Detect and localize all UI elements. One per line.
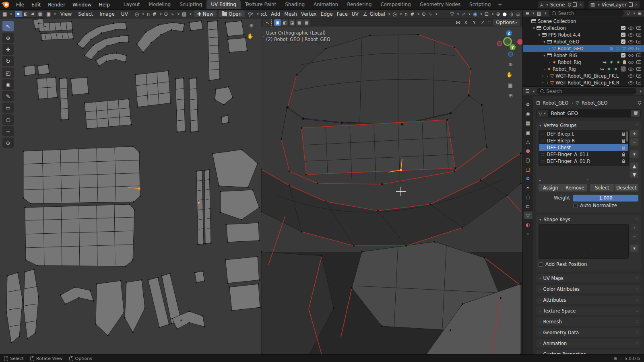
properties-search-input[interactable] [546, 88, 633, 94]
shape-key-specials-button[interactable]: ▾ [630, 245, 638, 252]
disable-render-icon[interactable] [636, 47, 641, 50]
outliner-row[interactable]: ›✶Robot_Rig↪✶✶ [523, 59, 644, 66]
datablock-name-field[interactable]: Robot_GEO [548, 109, 631, 117]
disable-render-icon[interactable] [636, 60, 641, 64]
lock-icon[interactable] [622, 134, 625, 136]
select-mode-intersect-icon[interactable]: ▩ [303, 19, 310, 26]
list-resize-grip[interactable]: ∷ [587, 178, 590, 182]
uv-canvas[interactable] [0, 19, 261, 354]
shading-wireframe-icon[interactable]: ⊕ [496, 11, 500, 17]
menu-edit[interactable]: Edit [28, 2, 44, 8]
menu-file[interactable]: File [12, 2, 28, 8]
shape-keys-header[interactable]: ▾Shape Keys ∷ [539, 216, 638, 223]
panel-attributes[interactable]: ›Attributes∷ [536, 296, 641, 304]
custom-shape-icon[interactable]: ▽ [621, 66, 626, 72]
tool-annotate[interactable]: ✎ [2, 91, 14, 101]
disable-render-icon[interactable] [636, 67, 641, 71]
add-workspace-button[interactable]: + [495, 0, 505, 9]
properties-editor-icon[interactable]: ☰ [525, 88, 530, 94]
blender-logo-icon[interactable] [3, 2, 9, 8]
pose-icon[interactable]: ✶ [616, 60, 620, 65]
lock-icon[interactable] [622, 140, 625, 143]
scene-selector[interactable]: ◬▾ Scene ✕ [538, 1, 584, 8]
vp-menu-uv[interactable]: UV [350, 11, 361, 17]
workspace-tab-modeling[interactable]: Modeling [144, 0, 175, 9]
outliner-row[interactable]: •›▽WGT-Robot_RIG_Bicep_FK.R [523, 79, 644, 86]
tool-cursor[interactable]: ⊕ [2, 33, 14, 43]
toolbar-collapse-icon[interactable]: ‹ [263, 33, 265, 39]
vp-menu-add[interactable]: Add [269, 11, 282, 17]
pivot-point-icon[interactable]: ◎ [392, 11, 396, 17]
constraint-icon[interactable]: ↪ [603, 60, 607, 65]
uv-menu-view[interactable]: View [58, 11, 74, 17]
panel-grip-icon[interactable]: ∷ [636, 309, 638, 313]
outliner-row[interactable]: ▾Robot_GEO [523, 38, 644, 45]
move-group-down-button[interactable]: ▼ [630, 171, 638, 178]
menu-window[interactable]: Window [69, 2, 95, 8]
pan-hand-icon[interactable]: ✋ [247, 33, 254, 39]
menu-help[interactable]: Help [95, 2, 113, 8]
uv-island-select-icon[interactable]: ▩ [37, 11, 43, 17]
outliner-row[interactable]: ▾FPS Robot 4.4 [523, 31, 644, 38]
tool-measure[interactable]: ▭ [2, 103, 14, 113]
expander-open-icon[interactable]: ▾ [537, 33, 542, 37]
menu-render[interactable]: Render [44, 2, 69, 8]
filter-visibility-icon[interactable]: ▽ [450, 11, 454, 17]
select-mode-extend-icon[interactable]: ◧ [281, 19, 288, 26]
zoom-overlay-icon[interactable]: ⊕ [249, 23, 254, 29]
panel-remesh[interactable]: ›Remesh∷ [536, 317, 641, 326]
tool-move[interactable]: ✚ [2, 44, 14, 55]
bone-icon[interactable] [623, 60, 626, 64]
panel-animation[interactable]: ›Animation∷ [536, 339, 641, 348]
outliner-row[interactable]: •›▽WGT-Robot_RIG_Bicep_FK.L [523, 72, 644, 79]
vp-menu-select[interactable]: Select [261, 11, 269, 17]
vp-menu-face[interactable]: Face [335, 11, 350, 17]
hide-eye-icon[interactable] [628, 33, 634, 37]
snap-magnet-icon[interactable]: ∩ [147, 11, 150, 17]
editor-type-icon[interactable]: ▦ [2, 11, 7, 17]
axis-z-neg-ball[interactable] [508, 51, 513, 57]
panel-grip-icon[interactable]: ∷ [636, 319, 638, 324]
options-dropdown[interactable]: Options▾ [493, 19, 520, 26]
disable-render-icon[interactable] [636, 33, 641, 37]
snap-target-icon[interactable]: # [153, 11, 157, 17]
axis-x-ball[interactable] [517, 39, 522, 45]
remove-button[interactable]: Remove [563, 184, 587, 191]
workspace-tab-uv-editing[interactable]: UV Editing [206, 0, 241, 9]
panel-geometry-data[interactable]: ›Geometry Data∷ [536, 328, 641, 337]
shading-solid-icon[interactable]: ● [503, 11, 507, 17]
exclude-checkbox[interactable] [621, 53, 625, 58]
properties-search[interactable] [537, 88, 636, 95]
properties-options-icon[interactable]: ▾ [640, 89, 642, 93]
orientation-value[interactable]: Global [370, 11, 385, 17]
shape-keys-list[interactable]: ∷ [539, 224, 629, 259]
tab-collection[interactable]: ▢ [524, 156, 533, 164]
panel-custom-properties[interactable]: ›Custom Properties∷ [536, 350, 641, 354]
axis-y-ball[interactable]: Y [510, 44, 516, 50]
snap-magnet-icon[interactable]: ∩ [404, 11, 408, 17]
tab-view-layer[interactable]: ▣ [524, 128, 533, 136]
breadcrumb-data[interactable]: Robot_GEO [582, 100, 607, 106]
viewport-canvas[interactable]: User Orthographic (Local) (2) Robot_GEO … [261, 27, 522, 354]
outliner-row[interactable]: ▾Collection [523, 25, 644, 31]
overlays-icon[interactable]: ◉ [473, 11, 477, 17]
vertex-group-row[interactable]: ∷DEF-Finger_A_01.L [539, 151, 628, 158]
duplicate-scene-icon[interactable] [573, 2, 577, 7]
uv-face-select-icon[interactable]: ▰ [29, 11, 36, 17]
viewlayer-selector[interactable]: ▨▾ ViewLayer ✕ [588, 1, 640, 8]
tool-grab[interactable]: ○ [2, 114, 14, 125]
panel-texture-space[interactable]: ›Texture Space∷ [536, 306, 641, 315]
disable-render-icon[interactable] [636, 74, 641, 78]
tool-relax[interactable]: ≈ [2, 126, 14, 136]
close-icon[interactable]: ✕ [635, 2, 638, 7]
hide-eye-icon[interactable] [628, 74, 634, 78]
lock-icon[interactable] [622, 147, 625, 150]
active-tool-icon[interactable]: ↖ [264, 19, 272, 26]
select-mode-subtract-icon[interactable]: ◪ [289, 19, 295, 26]
panel-uv-maps[interactable]: ›UV Maps∷ [536, 274, 641, 282]
pose-icon[interactable]: ✶ [607, 66, 611, 72]
tab-render[interactable]: ◉ [524, 110, 533, 117]
image-browse-icon[interactable]: ▨ [182, 11, 186, 17]
shading-material-icon[interactable]: ◑ [509, 11, 513, 17]
outliner-row[interactable]: ▾Robot_RIG [523, 52, 644, 59]
